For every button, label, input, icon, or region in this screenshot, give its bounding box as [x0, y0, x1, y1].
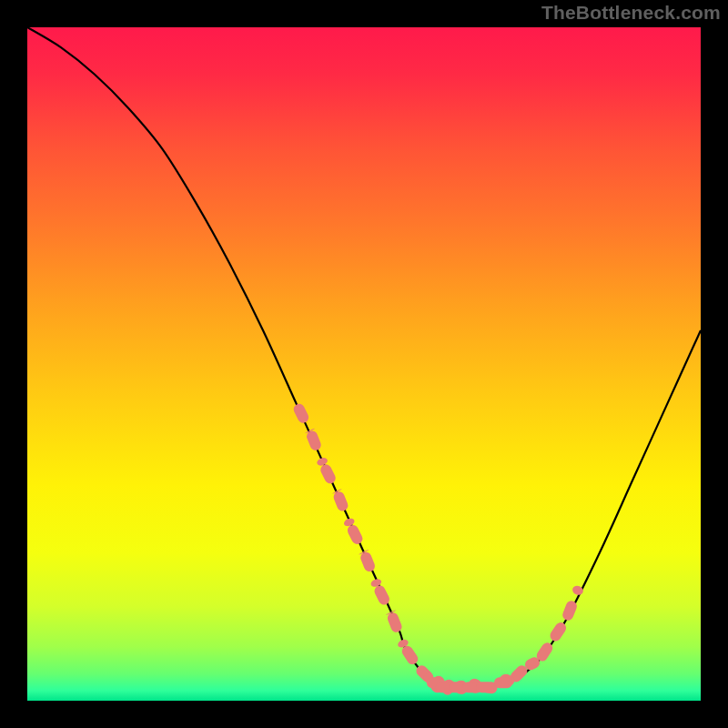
chart-frame: TheBottleneck.com	[0, 0, 728, 728]
svg-rect-43	[476, 682, 494, 693]
gradient-background	[27, 27, 701, 701]
plot-area	[27, 27, 701, 701]
bottleneck-curve-chart	[27, 27, 701, 701]
watermark-text: TheBottleneck.com	[541, 2, 721, 24]
svg-rect-44	[494, 677, 512, 688]
